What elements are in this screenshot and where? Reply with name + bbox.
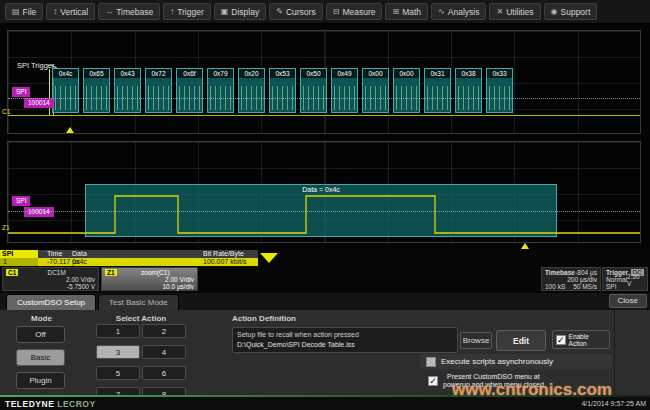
trigger-source: SPI bbox=[606, 283, 616, 290]
col-bitrate: Bit Rate/Byte bbox=[203, 250, 244, 258]
present-menu-checkbox[interactable]: ✓ bbox=[428, 376, 438, 386]
menu-label: Display bbox=[231, 7, 259, 17]
decode-table-row[interactable]: 1 -70.117 µs 0x4c 100.007 kbit/s bbox=[0, 258, 258, 266]
action-definition-label: Action Definition bbox=[232, 314, 296, 323]
monitor-icon: ▣ bbox=[221, 7, 229, 16]
setup-file-path: D:\Quick_Demo\SPI Decode Table.lss bbox=[237, 340, 453, 350]
menu-vertical[interactable]: ↕Vertical bbox=[46, 3, 95, 20]
brand-secondary: LECROY bbox=[57, 399, 95, 409]
menu-label: Timebase bbox=[116, 7, 153, 17]
row-data: 0x4c bbox=[72, 258, 87, 266]
decode-table-header: SPI Time Data Bit Rate/Byte bbox=[0, 250, 258, 258]
row-index: 1 bbox=[0, 258, 38, 266]
enable-action-group[interactable]: ✓ Enable Action bbox=[552, 330, 610, 349]
menu-label: Measure bbox=[342, 7, 375, 17]
menu-timebase[interactable]: ↔Timebase bbox=[98, 3, 160, 20]
browse-button[interactable]: Browse bbox=[460, 332, 492, 349]
menu-utilities[interactable]: ✕Utilities bbox=[489, 3, 540, 20]
z1-descriptor[interactable]: Z1 zoom(C1) 2.00 V/div 10.0 µs/div bbox=[101, 267, 198, 291]
mode-section-label: Mode bbox=[14, 314, 69, 323]
menu-label: Trigger bbox=[177, 7, 204, 17]
chart-icon: ∿ bbox=[438, 7, 445, 16]
mode-button-off[interactable]: Off bbox=[16, 326, 65, 343]
timebase-rate: 50 MS/s bbox=[573, 283, 597, 290]
menu-label: Utilities bbox=[506, 7, 533, 17]
help-icon: ◉ bbox=[551, 7, 558, 16]
zoom-trigger-marker[interactable] bbox=[521, 243, 529, 249]
file-icon: ▤ bbox=[12, 7, 20, 16]
action-button-1[interactable]: 1 bbox=[96, 324, 140, 338]
row-bitrate: 100.007 kbit/s bbox=[203, 258, 247, 266]
close-button[interactable]: Close bbox=[609, 294, 647, 308]
watermark: www.cntronics.com bbox=[452, 380, 612, 400]
menu-measure[interactable]: ⊟Measure bbox=[326, 3, 383, 20]
oscilloscope-app: ▤File↕Vertical↔Timebase↑Trigger▣Display✎… bbox=[0, 0, 650, 410]
menu-label: Support bbox=[561, 7, 591, 17]
clock: 4/1/2014 9:57:25 AM bbox=[581, 400, 646, 407]
menu-label: Analysis bbox=[448, 7, 480, 17]
action-button-2[interactable]: 2 bbox=[142, 324, 186, 338]
menu-cursors[interactable]: ✎Cursors bbox=[269, 3, 322, 20]
menu-label: Cursors bbox=[286, 7, 316, 17]
c1-badge: C1 bbox=[6, 269, 18, 276]
calculator-icon: ⊞ bbox=[392, 7, 399, 16]
trigger-level: 2.50 V bbox=[627, 273, 644, 287]
timebase-tdiv: 200 µs/div bbox=[567, 276, 597, 283]
c1-vdiv: 2.00 V/div bbox=[66, 276, 95, 283]
menu-support[interactable]: ◉Support bbox=[544, 3, 598, 20]
tools-icon: ✕ bbox=[496, 7, 503, 16]
z1-badge: Z1 bbox=[105, 269, 117, 276]
menu-label: Vertical bbox=[60, 7, 88, 17]
up-arrow-icon: ↑ bbox=[170, 7, 174, 16]
trigger-descriptor[interactable]: Trigger DC Normal 2.50 V SPI bbox=[602, 267, 648, 291]
c1-coupling: DC1M bbox=[47, 269, 65, 276]
c1-offset: -5.7500 V bbox=[67, 283, 95, 290]
timebase-position: -804 µs bbox=[575, 269, 597, 276]
z1-tdiv: 10.0 µs/div bbox=[162, 283, 194, 290]
zoom-waveform-trace bbox=[0, 24, 650, 250]
brand-logo: TELEDYNE LECROY bbox=[5, 399, 96, 409]
z1-source: zoom(C1) bbox=[141, 269, 170, 276]
enable-action-checkbox[interactable]: ✓ bbox=[556, 335, 566, 345]
execute-scripts-row[interactable]: Execute scripts asynchronously bbox=[420, 354, 612, 369]
timebase-descriptor[interactable]: Timebase -804 µs 200 µs/div 100 kS 50 MS… bbox=[541, 267, 601, 291]
cursor-pen-icon: ✎ bbox=[276, 7, 283, 16]
horizontal-arrows-icon: ↔ bbox=[105, 7, 113, 16]
menu-label: File bbox=[23, 7, 37, 17]
action-button-5[interactable]: 5 bbox=[96, 366, 140, 380]
caliper-icon: ⊟ bbox=[333, 7, 340, 16]
menu-analysis[interactable]: ∿Analysis bbox=[431, 3, 486, 20]
mode-button-plugin[interactable]: Plugin bbox=[16, 372, 65, 389]
menu-math[interactable]: ⊞Math bbox=[385, 3, 428, 20]
dialog-tab-bar: CustomDSO Setup Test Basic Mode Close bbox=[0, 293, 650, 310]
c1-descriptor[interactable]: C1 DC1M 2.00 V/div -5.7500 V bbox=[2, 267, 99, 291]
setup-file-label: Setup file to recall when action pressed bbox=[237, 330, 453, 340]
menu-label: Math bbox=[402, 7, 421, 17]
table-expand-arrow[interactable] bbox=[260, 253, 278, 263]
action-button-4[interactable]: 4 bbox=[142, 345, 186, 359]
trigger-label: Trigger bbox=[606, 269, 628, 276]
action-button-3[interactable]: 3 bbox=[96, 345, 140, 359]
menu-display[interactable]: ▣Display bbox=[214, 3, 266, 20]
timebase-samples: 100 kS bbox=[545, 283, 565, 290]
trigger-mode: Normal bbox=[606, 276, 627, 283]
setup-file-field[interactable]: Setup file to recall when action pressed… bbox=[232, 327, 458, 353]
menu-trigger[interactable]: ↑Trigger bbox=[163, 3, 211, 20]
menu-bar: ▤File↕Vertical↔Timebase↑Trigger▣Display✎… bbox=[0, 0, 650, 24]
tab-test-basic-mode[interactable]: Test Basic Mode bbox=[98, 294, 179, 310]
vertical-arrows-icon: ↕ bbox=[53, 7, 57, 16]
execute-scripts-checkbox[interactable] bbox=[426, 357, 436, 367]
enable-action-label: Enable Action bbox=[569, 333, 606, 347]
action-button-6[interactable]: 6 bbox=[142, 366, 186, 380]
edit-button[interactable]: Edit bbox=[496, 330, 546, 351]
timebase-label: Timebase bbox=[545, 269, 575, 276]
execute-scripts-label: Execute scripts asynchronously bbox=[441, 358, 553, 365]
tab-customdso-setup[interactable]: CustomDSO Setup bbox=[6, 294, 96, 310]
mode-button-basic[interactable]: Basic bbox=[16, 349, 65, 366]
decode-table-protocol: SPI bbox=[0, 250, 38, 258]
col-time: Time bbox=[47, 250, 62, 258]
menu-file[interactable]: ▤File bbox=[5, 3, 43, 20]
z1-vdiv: 2.00 V/div bbox=[165, 276, 194, 283]
decode-table: SPI Time Data Bit Rate/Byte 1 -70.117 µs… bbox=[0, 250, 282, 266]
select-action-label: Select Action bbox=[95, 314, 187, 323]
